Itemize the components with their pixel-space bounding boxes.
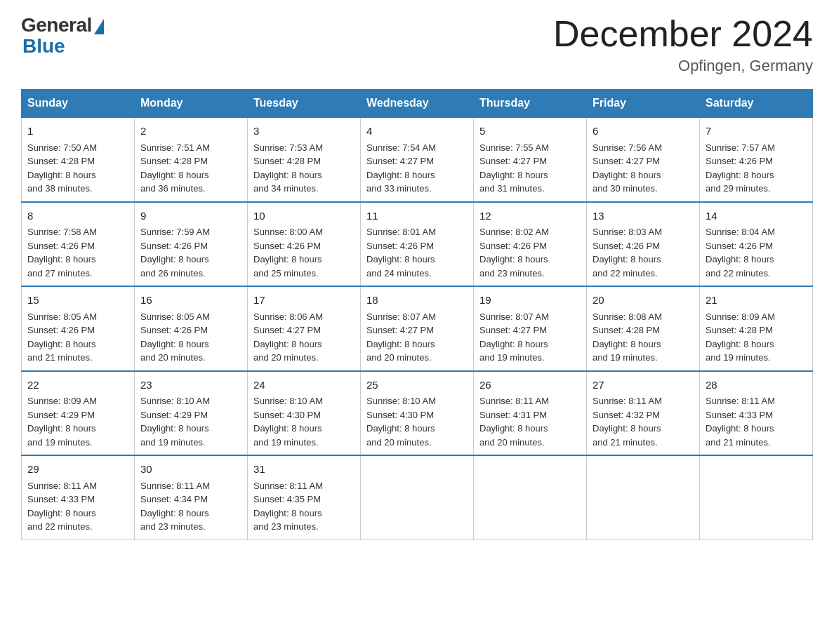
day-number: 16: [140, 293, 241, 309]
day-info: Sunrise: 8:10 AMSunset: 4:30 PMDaylight:…: [253, 396, 323, 448]
day-number: 24: [253, 377, 355, 394]
day-number: 13: [593, 208, 694, 224]
logo-blue-text: Blue: [22, 35, 65, 58]
logo-triangle-icon: [94, 19, 104, 34]
day-number: 10: [253, 208, 355, 224]
day-info: Sunrise: 8:05 AMSunset: 4:26 PMDaylight:…: [27, 311, 97, 363]
calendar-cell: 27Sunrise: 8:11 AMSunset: 4:32 PMDayligh…: [587, 371, 700, 456]
day-info: Sunrise: 8:06 AMSunset: 4:27 PMDaylight:…: [253, 311, 323, 363]
calendar-cell: 25Sunrise: 8:10 AMSunset: 4:30 PMDayligh…: [361, 371, 474, 456]
day-info: Sunrise: 7:50 AMSunset: 4:28 PMDaylight:…: [27, 142, 97, 194]
day-info: Sunrise: 8:07 AMSunset: 4:27 PMDaylight:…: [366, 311, 436, 363]
calendar-cell: [587, 455, 700, 539]
day-number: 15: [27, 293, 128, 309]
calendar-cell: 8Sunrise: 7:58 AMSunset: 4:26 PMDaylight…: [22, 202, 135, 287]
day-info: Sunrise: 8:08 AMSunset: 4:28 PMDaylight:…: [593, 311, 662, 363]
day-info: Sunrise: 7:54 AMSunset: 4:27 PMDaylight:…: [366, 142, 436, 194]
week-row-4: 22Sunrise: 8:09 AMSunset: 4:29 PMDayligh…: [22, 371, 813, 456]
day-number: 9: [140, 208, 241, 224]
day-info: Sunrise: 7:53 AMSunset: 4:28 PMDaylight:…: [253, 142, 323, 194]
day-number: 28: [706, 377, 807, 394]
calendar-cell: 28Sunrise: 8:11 AMSunset: 4:33 PMDayligh…: [700, 371, 813, 456]
col-header-thursday: Thursday: [474, 90, 587, 118]
day-info: Sunrise: 8:04 AMSunset: 4:26 PMDaylight:…: [706, 227, 775, 279]
calendar-cell: 5Sunrise: 7:55 AMSunset: 4:27 PMDaylight…: [474, 117, 587, 202]
day-info: Sunrise: 8:11 AMSunset: 4:31 PMDaylight:…: [479, 396, 549, 448]
day-info: Sunrise: 7:56 AMSunset: 4:27 PMDaylight:…: [593, 142, 662, 194]
day-number: 2: [140, 123, 241, 140]
day-number: 11: [366, 208, 468, 224]
calendar-cell: 1Sunrise: 7:50 AMSunset: 4:28 PMDaylight…: [22, 117, 135, 202]
day-info: Sunrise: 7:51 AMSunset: 4:28 PMDaylight:…: [140, 142, 210, 194]
day-info: Sunrise: 7:57 AMSunset: 4:26 PMDaylight:…: [706, 142, 775, 194]
calendar-cell: 22Sunrise: 8:09 AMSunset: 4:29 PMDayligh…: [22, 371, 135, 456]
calendar-cell: 23Sunrise: 8:10 AMSunset: 4:29 PMDayligh…: [135, 371, 248, 456]
calendar-cell: 2Sunrise: 7:51 AMSunset: 4:28 PMDaylight…: [135, 117, 248, 202]
day-info: Sunrise: 8:03 AMSunset: 4:26 PMDaylight:…: [593, 227, 662, 279]
day-number: 31: [253, 462, 355, 478]
day-number: 29: [27, 462, 128, 478]
title-block: December 2024 Opfingen, Germany: [553, 14, 813, 75]
calendar-cell: 30Sunrise: 8:11 AMSunset: 4:34 PMDayligh…: [135, 455, 248, 539]
day-number: 1: [27, 123, 128, 140]
calendar-cell: 3Sunrise: 7:53 AMSunset: 4:28 PMDaylight…: [248, 117, 361, 202]
day-info: Sunrise: 8:10 AMSunset: 4:29 PMDaylight:…: [140, 396, 210, 448]
calendar-cell: 24Sunrise: 8:10 AMSunset: 4:30 PMDayligh…: [248, 371, 361, 456]
day-number: 26: [479, 377, 581, 394]
day-number: 22: [27, 377, 128, 394]
col-header-friday: Friday: [587, 90, 700, 118]
day-number: 14: [706, 208, 807, 224]
calendar-cell: 7Sunrise: 7:57 AMSunset: 4:26 PMDaylight…: [700, 117, 813, 202]
logo-general-text: General: [21, 14, 92, 36]
week-row-3: 15Sunrise: 8:05 AMSunset: 4:26 PMDayligh…: [22, 286, 813, 371]
logo-line: Blue: [21, 36, 65, 58]
week-row-5: 29Sunrise: 8:11 AMSunset: 4:33 PMDayligh…: [22, 455, 813, 539]
calendar-cell: [361, 455, 474, 539]
calendar-cell: 20Sunrise: 8:08 AMSunset: 4:28 PMDayligh…: [587, 286, 700, 371]
calendar-header: SundayMondayTuesdayWednesdayThursdayFrid…: [22, 90, 813, 118]
page-title: December 2024: [553, 14, 813, 54]
calendar-cell: 16Sunrise: 8:05 AMSunset: 4:26 PMDayligh…: [135, 286, 248, 371]
logo: General Blue: [21, 14, 104, 58]
calendar-cell: [474, 455, 587, 539]
calendar-cell: 19Sunrise: 8:07 AMSunset: 4:27 PMDayligh…: [474, 286, 587, 371]
page-header: General Blue December 2024 Opfingen, Ger…: [21, 14, 813, 75]
calendar-cell: 18Sunrise: 8:07 AMSunset: 4:27 PMDayligh…: [361, 286, 474, 371]
calendar-cell: 31Sunrise: 8:11 AMSunset: 4:35 PMDayligh…: [248, 455, 361, 539]
day-number: 17: [253, 293, 355, 309]
calendar-cell: [700, 455, 813, 539]
calendar-body: 1Sunrise: 7:50 AMSunset: 4:28 PMDaylight…: [22, 117, 813, 539]
calendar-cell: 6Sunrise: 7:56 AMSunset: 4:27 PMDaylight…: [587, 117, 700, 202]
day-info: Sunrise: 7:58 AMSunset: 4:26 PMDaylight:…: [27, 227, 97, 279]
calendar-cell: 21Sunrise: 8:09 AMSunset: 4:28 PMDayligh…: [700, 286, 813, 371]
day-info: Sunrise: 8:11 AMSunset: 4:34 PMDaylight:…: [140, 481, 210, 532]
calendar-cell: 10Sunrise: 8:00 AMSunset: 4:26 PMDayligh…: [248, 202, 361, 287]
day-info: Sunrise: 8:10 AMSunset: 4:30 PMDaylight:…: [366, 396, 436, 448]
day-number: 20: [593, 293, 694, 309]
calendar-cell: 11Sunrise: 8:01 AMSunset: 4:26 PMDayligh…: [361, 202, 474, 287]
day-number: 30: [140, 462, 241, 478]
logo-top: General: [21, 14, 104, 36]
col-header-saturday: Saturday: [700, 90, 813, 118]
day-number: 7: [706, 123, 807, 140]
day-info: Sunrise: 8:11 AMSunset: 4:32 PMDaylight:…: [593, 396, 662, 448]
day-number: 6: [593, 123, 694, 140]
day-number: 19: [479, 293, 581, 309]
day-number: 18: [366, 293, 468, 309]
day-number: 23: [140, 377, 241, 394]
day-info: Sunrise: 8:09 AMSunset: 4:29 PMDaylight:…: [27, 396, 97, 448]
day-info: Sunrise: 7:55 AMSunset: 4:27 PMDaylight:…: [479, 142, 549, 194]
col-header-monday: Monday: [135, 90, 248, 118]
calendar-cell: 4Sunrise: 7:54 AMSunset: 4:27 PMDaylight…: [361, 117, 474, 202]
day-number: 25: [366, 377, 468, 394]
day-info: Sunrise: 8:09 AMSunset: 4:28 PMDaylight:…: [706, 311, 775, 363]
calendar-cell: 13Sunrise: 8:03 AMSunset: 4:26 PMDayligh…: [587, 202, 700, 287]
week-row-2: 8Sunrise: 7:58 AMSunset: 4:26 PMDaylight…: [22, 202, 813, 287]
header-row: SundayMondayTuesdayWednesdayThursdayFrid…: [22, 90, 813, 118]
day-info: Sunrise: 8:05 AMSunset: 4:26 PMDaylight:…: [140, 311, 210, 363]
day-info: Sunrise: 8:02 AMSunset: 4:26 PMDaylight:…: [479, 227, 549, 279]
calendar-cell: 29Sunrise: 8:11 AMSunset: 4:33 PMDayligh…: [22, 455, 135, 539]
calendar-table: SundayMondayTuesdayWednesdayThursdayFrid…: [21, 89, 813, 540]
calendar-cell: 15Sunrise: 8:05 AMSunset: 4:26 PMDayligh…: [22, 286, 135, 371]
day-number: 12: [479, 208, 581, 224]
